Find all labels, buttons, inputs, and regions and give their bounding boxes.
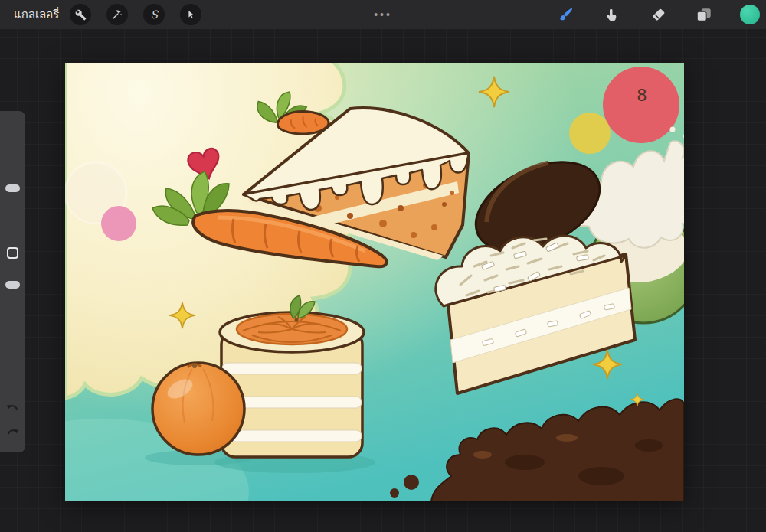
paintbrush-icon	[558, 6, 574, 23]
color-swatch[interactable]	[740, 5, 760, 24]
canvas-options-menu[interactable]: •••	[374, 0, 392, 29]
orange-fruit	[152, 363, 244, 455]
eraser-icon	[650, 7, 666, 23]
artwork-number: 8	[637, 86, 647, 105]
gallery-button[interactable]: แกลเลอรี่	[14, 5, 59, 24]
wrench-icon	[75, 9, 87, 21]
brush-size-slider[interactable]	[5, 184, 20, 192]
redo-arrow-icon	[5, 426, 21, 442]
right-tool-group	[556, 0, 760, 29]
selection-s-icon: S	[151, 8, 159, 21]
smudge-finger-icon	[604, 7, 620, 23]
layers-icon	[696, 6, 712, 23]
erase-tool-button[interactable]	[648, 5, 668, 24]
actions-button[interactable]	[70, 4, 91, 25]
opacity-slider[interactable]	[5, 281, 20, 289]
layers-button[interactable]	[694, 5, 714, 24]
artwork-cake-illustration: 8	[65, 63, 684, 501]
paint-tool-button[interactable]	[556, 5, 576, 24]
transform-button[interactable]	[180, 4, 201, 25]
undo-button[interactable]	[5, 402, 21, 418]
canvas[interactable]: 8	[65, 63, 684, 501]
left-tool-group: S	[70, 4, 201, 25]
top-toolbar: แกลเลอรี่ S	[0, 0, 766, 29]
sidebar	[0, 111, 25, 452]
procreate-app: แกลเลอรี่ S	[0, 0, 766, 532]
transform-arrow-icon	[185, 9, 197, 21]
magic-wand-icon	[111, 8, 123, 21]
redo-button[interactable]	[5, 426, 21, 442]
adjustments-button[interactable]	[106, 4, 128, 25]
undo-arrow-icon	[5, 402, 21, 418]
modify-button[interactable]	[7, 247, 18, 259]
selection-button[interactable]: S	[143, 4, 165, 25]
smudge-tool-button[interactable]	[602, 5, 622, 24]
